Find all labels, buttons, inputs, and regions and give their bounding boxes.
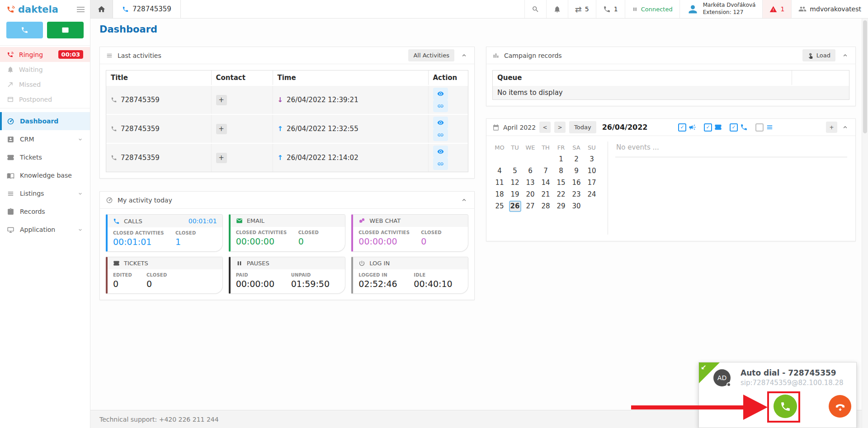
sidebar-item-dashboard[interactable]: Dashboard: [0, 112, 90, 130]
calendar-day[interactable]: 27: [523, 200, 538, 212]
link-activity-button[interactable]: [433, 100, 448, 112]
calendar-day[interactable]: 13: [523, 177, 538, 188]
alerts-button[interactable]: 1: [762, 0, 791, 18]
sidebar-item-records[interactable]: Records: [0, 202, 90, 221]
calendar-day[interactable]: 3: [584, 153, 599, 165]
card-label: CALLS: [124, 218, 142, 225]
calendar-day[interactable]: 7: [538, 165, 553, 177]
calendar-day[interactable]: 1: [553, 153, 569, 165]
call-state-ringing[interactable]: Ringing 00:03: [0, 47, 90, 62]
calendar-day[interactable]: 11: [492, 177, 507, 188]
collapse-panel-button[interactable]: [841, 123, 849, 132]
stat-value: 00:00:00: [236, 236, 291, 246]
calendar-day[interactable]: 23: [569, 188, 584, 200]
calendar-day[interactable]: 22: [553, 188, 569, 200]
call-state-missed[interactable]: Missed: [0, 77, 90, 92]
link-activity-button[interactable]: [433, 129, 448, 141]
stat-label: CLOSED ACTIVITIES: [236, 230, 291, 235]
calendar-day-selected[interactable]: 26: [509, 201, 521, 212]
calendar-day[interactable]: 15: [553, 177, 569, 188]
stat-value: 02:52:46: [359, 279, 406, 289]
calendar-day[interactable]: 18: [492, 188, 507, 200]
calendar-day[interactable]: 25: [492, 200, 507, 212]
home-tab[interactable]: [90, 0, 113, 18]
load-button[interactable]: Load: [802, 49, 835, 61]
calls-checkbox[interactable]: ✓: [730, 123, 738, 132]
collapse-panel-button[interactable]: [460, 51, 468, 60]
pickup-call-button[interactable]: [829, 395, 851, 418]
calendar-day[interactable]: 12: [507, 177, 523, 188]
tickets-checkbox[interactable]: ✓: [704, 123, 712, 132]
account-menu[interactable]: mdvorakovatest: [791, 0, 868, 18]
call-state-waiting[interactable]: Waiting: [0, 62, 90, 77]
phone-icon: [111, 155, 117, 161]
bar-chart-icon: [492, 52, 500, 59]
calendar-day[interactable]: 20: [523, 188, 538, 200]
calendar-day[interactable]: 24: [584, 188, 599, 200]
calendar-day[interactable]: 29: [553, 200, 569, 212]
calendar-prev-button[interactable]: <: [539, 122, 551, 133]
calendar-day[interactable]: 14: [538, 177, 553, 188]
activities-filter-button[interactable]: All Activities: [408, 49, 454, 61]
calendar-filters: ✓ ✓ ✓ ✓: [678, 123, 774, 132]
active-call-tab[interactable]: 728745359: [113, 0, 181, 18]
view-activity-button[interactable]: [433, 117, 448, 129]
scrollbar[interactable]: [862, 19, 868, 428]
new-email-button[interactable]: [47, 22, 84, 38]
sidebar-item-tickets[interactable]: Tickets: [0, 148, 90, 166]
calendar-day[interactable]: 4: [492, 165, 507, 177]
calendar-today-button[interactable]: Today: [569, 121, 596, 133]
sidebar-item-crm[interactable]: CRM: [0, 130, 90, 148]
calendar-day[interactable]: 28: [538, 200, 553, 212]
add-event-button[interactable]: +: [826, 122, 837, 133]
add-contact-button[interactable]: +: [216, 124, 227, 134]
search-button[interactable]: [524, 0, 546, 18]
sidebar-item-application[interactable]: Application: [0, 221, 90, 239]
call-state-postponed[interactable]: Postponed: [0, 92, 90, 107]
scrollbar-thumb[interactable]: [863, 20, 867, 133]
add-contact-button[interactable]: +: [216, 95, 227, 105]
view-activity-button[interactable]: [433, 88, 448, 100]
status-dot: [726, 382, 731, 387]
new-call-button[interactable]: [6, 22, 43, 38]
transfers-button[interactable]: ⇄ 5: [568, 0, 596, 18]
call-count: 1: [614, 5, 618, 13]
calendar-day[interactable]: 8: [553, 165, 569, 177]
calendar-day[interactable]: 19: [507, 188, 523, 200]
calendar-day[interactable]: 17: [584, 177, 599, 188]
calendar-day[interactable]: 5: [507, 165, 523, 177]
calendar-next-button[interactable]: >: [554, 122, 566, 133]
calendar-day[interactable]: 6: [523, 165, 538, 177]
collapse-panel-button[interactable]: [841, 51, 849, 60]
pause-icon: [236, 260, 243, 267]
user-menu[interactable]: Markéta Dvořáková Extension: 127: [679, 0, 763, 18]
stat-value: 0: [113, 279, 139, 289]
campaigns-checkbox[interactable]: ✓: [678, 123, 686, 132]
view-activity-button[interactable]: [433, 146, 448, 158]
calendar-day[interactable]: 9: [569, 165, 584, 177]
sidebar-collapse-icon[interactable]: [77, 7, 85, 12]
panel-title: My activity today: [118, 197, 172, 204]
sidebar-item-listings[interactable]: Listings: [0, 184, 90, 202]
events-input[interactable]: No events ...: [615, 141, 847, 157]
sidebar-item-label: Tickets: [20, 154, 42, 161]
calendar-day[interactable]: 10: [584, 165, 599, 177]
calendar-day[interactable]: 21: [538, 188, 553, 200]
add-contact-button[interactable]: +: [216, 153, 227, 163]
month-calendar: MOTUWETHFRSASU 1234567891011121314151617…: [486, 141, 603, 235]
calendar-day[interactable]: 30: [569, 200, 584, 212]
stat-value: 0: [298, 236, 319, 246]
calendar-day[interactable]: 2: [569, 153, 584, 165]
account-name: mdvorakovatest: [810, 5, 861, 13]
notifications-button[interactable]: [546, 0, 568, 18]
empty-table-message: No items to display: [493, 85, 849, 99]
link-activity-button[interactable]: [433, 158, 448, 170]
stat-label: CLOSED: [421, 230, 441, 235]
calendar-day[interactable]: 16: [569, 177, 584, 188]
lists-checkbox[interactable]: ✓: [755, 123, 764, 132]
clipboard-icon: [7, 208, 14, 216]
calls-button[interactable]: 1: [596, 0, 625, 18]
sidebar-item-knowledge-base[interactable]: Knowledge base: [0, 166, 90, 184]
connection-status[interactable]: Connected: [625, 0, 679, 18]
collapse-panel-button[interactable]: [460, 196, 468, 204]
